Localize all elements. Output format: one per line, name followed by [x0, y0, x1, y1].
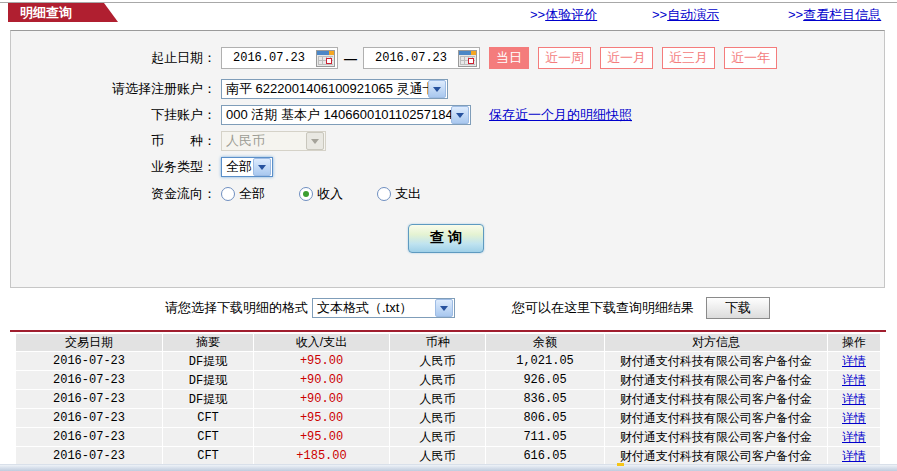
- cell-counterparty: 财付通支付科技有限公司客户备付金: [605, 409, 828, 428]
- sub-account-label: 下挂账户：: [11, 106, 216, 124]
- table-row: 2016-07-23 CFT +95.00 人民币 711.05 财付通支付科技…: [16, 428, 881, 447]
- cell-currency: 人民币: [390, 390, 486, 409]
- col-header-amount: 收入/支出: [254, 334, 390, 352]
- end-date-value: 2016.07.23: [364, 51, 458, 65]
- table-row: 2016-07-23 CFT +95.00 人民币 806.05 财付通支付科技…: [16, 409, 881, 428]
- sub-account-value: 000 活期 基本户 1406600101102571848: [222, 106, 451, 124]
- flow-option-expense[interactable]: 支出: [377, 185, 421, 203]
- currency-label: 币 种：: [11, 132, 216, 150]
- flow-option-income[interactable]: 收入: [299, 185, 343, 203]
- detail-link[interactable]: 详情: [842, 430, 866, 444]
- col-header-counterparty: 对方信息: [605, 334, 828, 352]
- detail-link[interactable]: 详情: [842, 392, 866, 406]
- page-title: 明细查询: [8, 3, 118, 22]
- flow-option-all[interactable]: 全部: [221, 185, 265, 203]
- business-type-select[interactable]: 全部: [221, 157, 273, 177]
- detail-link[interactable]: 详情: [842, 449, 866, 463]
- top-link-column-info[interactable]: >>查看栏目信息: [788, 6, 881, 24]
- cell-currency: 人民币: [390, 371, 486, 390]
- cell-counterparty: 财付通支付科技有限公司客户备付金: [605, 428, 828, 447]
- download-hint: 您可以在这里下载查询明细结果: [512, 299, 694, 317]
- cell-currency: 人民币: [390, 428, 486, 447]
- cell-amount: +185.00: [254, 447, 390, 466]
- col-header-summary: 摘要: [163, 334, 254, 352]
- detail-link[interactable]: 详情: [842, 373, 866, 387]
- cell-balance: 616.05: [486, 447, 605, 466]
- cell-date: 2016-07-23: [16, 409, 163, 428]
- flow-option-label: 收入: [317, 185, 343, 203]
- link-label: 查看栏目信息: [803, 7, 881, 22]
- start-date-input[interactable]: 2016.07.23: [221, 47, 338, 69]
- table-row: 2016-07-23 CFT +185.00 人民币 616.05 财付通支付科…: [16, 447, 881, 466]
- cell-summary: CFT: [163, 409, 254, 428]
- cell-counterparty: 财付通支付科技有限公司客户备付金: [605, 390, 828, 409]
- flow-radio-2[interactable]: [377, 187, 391, 201]
- query-form-panel: 起止日期： 2016.07.23 — 2016.07.23 当日 近一周 近一月…: [10, 30, 885, 288]
- cell-summary: DF提现: [163, 352, 254, 371]
- top-link-experience[interactable]: >>体验评价: [530, 6, 597, 24]
- chevron-down-icon: [306, 132, 324, 150]
- registered-account-label: 请选择注册账户：: [11, 80, 216, 98]
- date-range-label: 起止日期：: [11, 49, 216, 67]
- currency-select: 人民币: [221, 131, 326, 151]
- date-range-row: 起止日期： 2016.07.23 — 2016.07.23 当日 近一周 近一月…: [11, 47, 884, 69]
- cell-balance: 836.05: [486, 390, 605, 409]
- business-type-row: 业务类型： 全部: [11, 156, 884, 178]
- detail-link[interactable]: 详情: [842, 354, 866, 368]
- flow-radio-1[interactable]: [299, 187, 313, 201]
- cell-summary: DF提现: [163, 371, 254, 390]
- sub-account-select[interactable]: 000 活期 基本户 1406600101102571848: [221, 105, 471, 125]
- link-prefix: >>: [530, 7, 545, 22]
- calendar-icon[interactable]: [458, 50, 477, 67]
- col-header-currency: 币种: [390, 334, 486, 352]
- bottom-scrollbar[interactable]: [0, 464, 897, 471]
- fund-flow-label: 资金流向：: [11, 185, 216, 203]
- flow-radio-0[interactable]: [221, 187, 235, 201]
- quick-range-3[interactable]: 近三月: [662, 47, 715, 69]
- registered-account-select[interactable]: 南平 6222001406100921065 灵通卡: [221, 79, 448, 99]
- cell-currency: 人民币: [390, 352, 486, 371]
- query-button[interactable]: 查 询: [408, 224, 484, 253]
- save-snapshot-link[interactable]: 保存近一个月的明细快照: [489, 106, 632, 124]
- quick-range-0[interactable]: 当日: [489, 47, 529, 69]
- detail-link[interactable]: 详情: [842, 411, 866, 425]
- link-label: 体验评价: [545, 7, 597, 22]
- chevron-down-icon[interactable]: [428, 80, 446, 98]
- cell-date: 2016-07-23: [16, 352, 163, 371]
- table-row: 2016-07-23 DF提现 +90.00 人民币 926.05 财付通支付科…: [16, 371, 881, 390]
- cell-balance: 711.05: [486, 428, 605, 447]
- cell-summary: CFT: [163, 447, 254, 466]
- sub-account-row: 下挂账户： 000 活期 基本户 1406600101102571848 保存近…: [11, 104, 884, 126]
- cell-counterparty: 财付通支付科技有限公司客户备付金: [605, 447, 828, 466]
- download-button[interactable]: 下载: [706, 297, 770, 319]
- link-label: 自动演示: [667, 7, 719, 22]
- chevron-down-icon[interactable]: [253, 158, 271, 176]
- currency-value: 人民币: [222, 132, 306, 150]
- cell-currency: 人民币: [390, 447, 486, 466]
- table-header-row: 交易日期 摘要 收入/支出 币种 余额 对方信息 操作: [16, 334, 881, 352]
- cell-amount: +95.00: [254, 409, 390, 428]
- chevron-down-icon[interactable]: [435, 299, 453, 317]
- top-link-demo[interactable]: >>自动演示: [652, 6, 719, 24]
- quick-range-4[interactable]: 近一年: [724, 47, 777, 69]
- cell-summary: CFT: [163, 428, 254, 447]
- quick-range-2[interactable]: 近一月: [600, 47, 653, 69]
- col-header-balance: 余额: [486, 334, 605, 352]
- quick-range-1[interactable]: 近一周: [538, 47, 591, 69]
- table-row: 2016-07-23 DF提现 +95.00 人民币 1,021.05 财付通支…: [16, 352, 881, 371]
- date-separator: —: [344, 51, 357, 66]
- business-type-label: 业务类型：: [11, 158, 216, 176]
- cell-amount: +90.00: [254, 371, 390, 390]
- cell-balance: 806.05: [486, 409, 605, 428]
- download-format-select[interactable]: 文本格式（.txt）: [312, 298, 455, 318]
- end-date-input[interactable]: 2016.07.23: [363, 47, 480, 69]
- flow-option-label: 全部: [239, 185, 265, 203]
- col-header-action: 操作: [828, 334, 881, 352]
- download-format-label: 请您选择下载明细的格式: [165, 299, 308, 317]
- cell-balance: 926.05: [486, 371, 605, 390]
- col-header-date: 交易日期: [16, 334, 163, 352]
- cell-date: 2016-07-23: [16, 447, 163, 466]
- chevron-down-icon[interactable]: [451, 106, 469, 124]
- calendar-icon[interactable]: [316, 50, 335, 67]
- business-type-value: 全部: [222, 158, 253, 176]
